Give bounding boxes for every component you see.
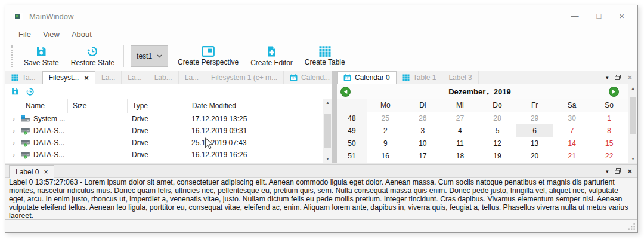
tab-label: La... [185, 73, 199, 82]
minimize-button[interactable]: — [571, 11, 578, 21]
table-icon [11, 74, 18, 81]
tab-table-1[interactable]: Table 1 [397, 71, 443, 84]
calendar-day[interactable]: 18 [441, 152, 479, 160]
tab-close-icon[interactable]: × [44, 168, 48, 176]
restore-state-button[interactable]: Restore State [65, 44, 120, 68]
row-type: Drive [127, 115, 187, 123]
calendar-day[interactable]: 14 [553, 139, 591, 148]
calendar-day[interactable]: 7 [553, 127, 591, 135]
tab-table-0[interactable]: Ta... [5, 71, 42, 84]
scroll-down-icon[interactable]: ▾ [631, 156, 634, 161]
tab-label: Filesyst... [49, 73, 79, 82]
panel-save-icon[interactable] [11, 87, 19, 96]
tab-close-icon[interactable]: × [84, 73, 89, 82]
calendar-day[interactable]: 27 [441, 114, 479, 122]
tab-label3[interactable]: Label 3 [442, 71, 478, 84]
menu-view[interactable]: View [37, 29, 66, 40]
expand-chevron-icon[interactable]: › [13, 152, 17, 158]
column-header-name[interactable]: Name [5, 99, 67, 113]
right-tab-bar: Calendar 0 Table 1 Label 3 ▾ × [337, 71, 637, 84]
calendar-day[interactable]: 5 [479, 127, 516, 135]
create-table-button[interactable]: Create Table [299, 45, 351, 68]
calendar-day[interactable]: 19 [479, 152, 516, 160]
calendar-day[interactable]: 2 [367, 127, 404, 135]
scrollbar-thumb[interactable] [630, 97, 636, 134]
filesystem-scrollbar[interactable]: ▴ ▾ [323, 99, 332, 163]
calendar-day[interactable]: 22 [590, 152, 628, 160]
calendar-scrollbar[interactable]: ▴ ▾ [628, 84, 637, 163]
month-label[interactable]: Dezember [448, 87, 485, 96]
calendar-day[interactable]: 20 [516, 152, 553, 160]
tab-calendar[interactable]: Calend... [284, 71, 336, 84]
close-button[interactable]: × [619, 11, 624, 21]
save-state-button[interactable]: Save State [18, 44, 65, 68]
table-row[interactable]: › DATA-S... Drive 25.11.2019 07:43 [5, 137, 323, 149]
calendar-day[interactable]: 12 [479, 139, 516, 148]
tab-label-3[interactable]: Lab... [148, 71, 179, 84]
column-header-modified[interactable]: Date Modified [187, 99, 323, 113]
year-label[interactable]: 2019 [494, 87, 511, 96]
scroll-up-icon[interactable]: ▴ [326, 100, 329, 105]
calendar-day[interactable]: 8 [590, 127, 628, 135]
tab-label-4[interactable]: La... [179, 71, 205, 84]
expand-chevron-icon[interactable]: › [13, 128, 17, 134]
calendar-day[interactable]: 9 [367, 139, 404, 148]
expand-chevron-icon[interactable]: › [13, 140, 17, 146]
tab-filesystem-active[interactable]: Filesyst... × [42, 71, 95, 84]
calendar-day[interactable]: 16 [367, 152, 404, 160]
table-row[interactable]: › DATA-S... Drive 16.12.2019 16:26 [5, 149, 323, 161]
calendar-day-selected[interactable]: 6 [516, 124, 553, 137]
resize-grip[interactable] [628, 223, 636, 231]
table-row[interactable]: › DATA-S... Drive 16.12.2019 09:31 [5, 125, 323, 137]
calendar-day[interactable]: 3 [404, 127, 442, 135]
column-header-type[interactable]: Type [127, 99, 187, 113]
table-icon [319, 46, 331, 57]
calendar-day[interactable]: 29 [516, 114, 553, 122]
dock-menu-arrow-icon[interactable]: ▾ [606, 168, 609, 174]
calendar-day[interactable]: 17 [404, 152, 442, 160]
create-perspective-button[interactable]: Create Perspective [172, 45, 244, 68]
menu-about[interactable]: About [66, 29, 98, 40]
tab-label-2[interactable]: La... [122, 71, 148, 84]
expand-chevron-icon[interactable]: › [13, 116, 17, 122]
calendar-day[interactable]: 1 [590, 114, 628, 122]
scroll-down-icon[interactable]: ▾ [326, 156, 329, 161]
create-editor-button[interactable]: Create Editor [244, 44, 299, 68]
calendar-day[interactable]: 30 [553, 114, 591, 122]
tab-filesystem-1[interactable]: Filesystem 1 (c+ m... [205, 71, 284, 84]
perspective-dropdown[interactable]: test1 [131, 45, 168, 67]
day-header: Di [404, 101, 442, 109]
calendar-day[interactable]: 28 [479, 114, 516, 122]
dock-close-icon[interactable]: × [627, 167, 632, 176]
tab-calendar-0[interactable]: Calendar 0 [337, 71, 397, 84]
calendar-day[interactable]: 13 [516, 139, 553, 148]
maximize-button[interactable]: □ [596, 11, 601, 21]
month-dropdown-icon[interactable]: ▾ [487, 91, 489, 96]
tab-label: Filesystem 1 (c+ m... [211, 73, 277, 82]
calendar-day[interactable]: 21 [553, 152, 591, 160]
toolbar-drag-handle[interactable] [11, 45, 14, 67]
calendar-day[interactable]: 15 [590, 139, 628, 148]
panel-restore-icon[interactable] [26, 87, 35, 96]
dock-float-icon[interactable] [615, 168, 621, 174]
dock-close-icon[interactable]: × [627, 73, 632, 82]
table-row[interactable]: › System ... Drive 17.12.2019 13:25 [5, 113, 323, 125]
scroll-up-icon[interactable]: ▴ [631, 85, 634, 91]
calendar-day[interactable]: 10 [404, 139, 442, 148]
next-month-button[interactable] [609, 87, 619, 97]
calendar-day[interactable]: 25 [367, 114, 404, 122]
tab-label-0[interactable]: Label 0 × [9, 165, 54, 178]
dock-menu-arrow-icon[interactable]: ▾ [606, 75, 609, 81]
calendar-day[interactable]: 26 [404, 114, 442, 122]
column-header-size[interactable]: Size [67, 99, 127, 113]
week-column-header [337, 99, 367, 112]
vertical-splitter[interactable] [332, 71, 337, 163]
calendar-day[interactable]: 4 [441, 127, 479, 135]
dock-float-icon[interactable] [615, 75, 621, 80]
menu-file[interactable]: File [13, 29, 37, 40]
day-header: Mi [441, 101, 479, 109]
tab-label-1[interactable]: La... [95, 71, 122, 84]
scrollbar-thumb[interactable] [324, 114, 331, 148]
prev-month-button[interactable] [340, 87, 351, 97]
calendar-day[interactable]: 11 [441, 139, 479, 148]
